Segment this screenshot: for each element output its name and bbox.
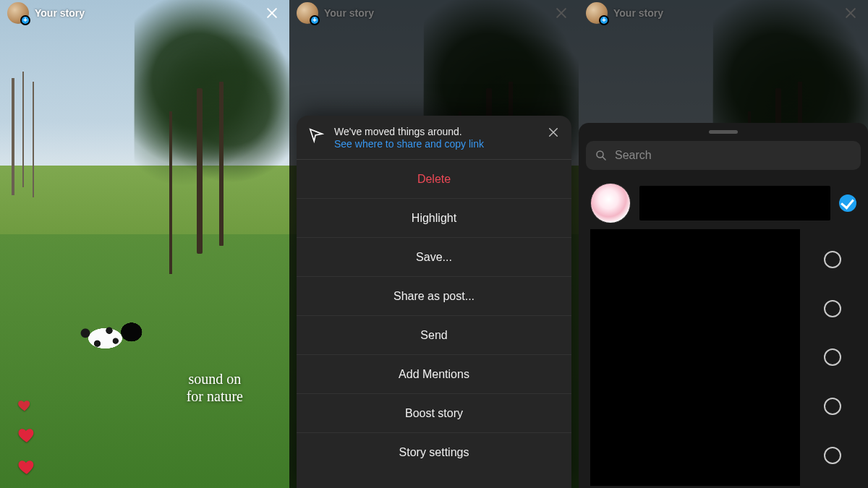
story-view-screen: Your story sound on for nature <box>0 0 289 488</box>
bg-dead-tree <box>12 78 14 195</box>
recipient-radio[interactable] <box>824 398 841 415</box>
banner-copy: We've moved things around. See where to … <box>334 126 484 150</box>
search-icon <box>595 149 608 162</box>
story-caption: sound on for nature <box>187 370 243 405</box>
sheet-item-highlight[interactable]: Highlight <box>297 199 571 238</box>
caption-line-1: sound on <box>187 370 243 388</box>
recipient-radio[interactable] <box>824 348 841 366</box>
avatar[interactable] <box>586 2 608 24</box>
sheet-grabber[interactable] <box>709 130 738 134</box>
svg-point-0 <box>597 151 603 158</box>
recipient-rows-redacted <box>586 226 861 488</box>
avatar[interactable] <box>297 2 318 24</box>
bg-trunk <box>197 88 203 254</box>
close-icon <box>554 6 569 20</box>
recipient-radio[interactable] <box>824 447 841 464</box>
bg-dog <box>69 312 149 364</box>
caption-line-2: for nature <box>187 388 243 405</box>
sheet-item-story-settings[interactable]: Story settings <box>297 433 571 472</box>
heart-icon <box>17 398 32 413</box>
heart-reactions <box>17 398 36 476</box>
story-action-sheet: We've moved things around. See where to … <box>297 116 571 488</box>
avatar-add-icon <box>310 15 320 25</box>
sheet-item-delete[interactable]: Delete <box>297 160 571 199</box>
story-title: Your story <box>35 7 85 19</box>
story-title: Your story <box>613 7 663 19</box>
heart-icon <box>17 458 36 476</box>
close-icon <box>547 126 560 139</box>
redacted-block <box>590 229 800 486</box>
bg-tree <box>135 0 289 268</box>
avatar-add-icon <box>20 15 30 25</box>
close-icon <box>843 6 858 20</box>
close-button[interactable] <box>262 3 282 23</box>
banner-close-button[interactable] <box>547 126 560 139</box>
share-search[interactable] <box>586 141 861 170</box>
recipient-radio[interactable] <box>824 251 841 268</box>
story-header: Your story <box>0 0 289 26</box>
share-sheet <box>579 123 868 488</box>
story-header: Your story <box>289 0 579 26</box>
search-input[interactable] <box>615 149 852 162</box>
banner-text: We've moved things around. <box>334 126 484 137</box>
sheet-item-send[interactable]: Send <box>297 316 571 355</box>
story-title: Your story <box>324 7 374 19</box>
sheet-item-save[interactable]: Save... <box>297 238 571 277</box>
sheet-item-add-mentions[interactable]: Add Mentions <box>297 355 571 394</box>
sheet-banner: We've moved things around. See where to … <box>297 116 571 160</box>
sheet-item-boost-story[interactable]: Boost story <box>297 394 571 433</box>
avatar-add-icon <box>599 15 609 25</box>
close-icon <box>265 6 279 20</box>
story-share-screen: Your story <box>579 0 868 488</box>
story-options-screen: Your story We've moved things around. Se… <box>289 0 579 488</box>
recipient-avatar <box>590 183 631 223</box>
share-icon <box>308 127 324 143</box>
recipient-radio[interactable] <box>824 300 841 317</box>
recipient-name-redacted <box>639 186 830 221</box>
heart-icon <box>17 426 36 445</box>
recipient-list <box>586 180 861 488</box>
close-button[interactable] <box>551 3 571 23</box>
recipient-radio[interactable] <box>839 194 856 212</box>
radio-column <box>809 229 856 486</box>
close-button[interactable] <box>841 3 861 23</box>
sheet-item-share-as-post[interactable]: Share as post... <box>297 277 571 316</box>
avatar[interactable] <box>7 2 29 24</box>
recipient-row[interactable] <box>586 180 861 226</box>
banner-link[interactable]: See where to share and copy link <box>334 138 484 150</box>
story-header: Your story <box>579 0 868 26</box>
